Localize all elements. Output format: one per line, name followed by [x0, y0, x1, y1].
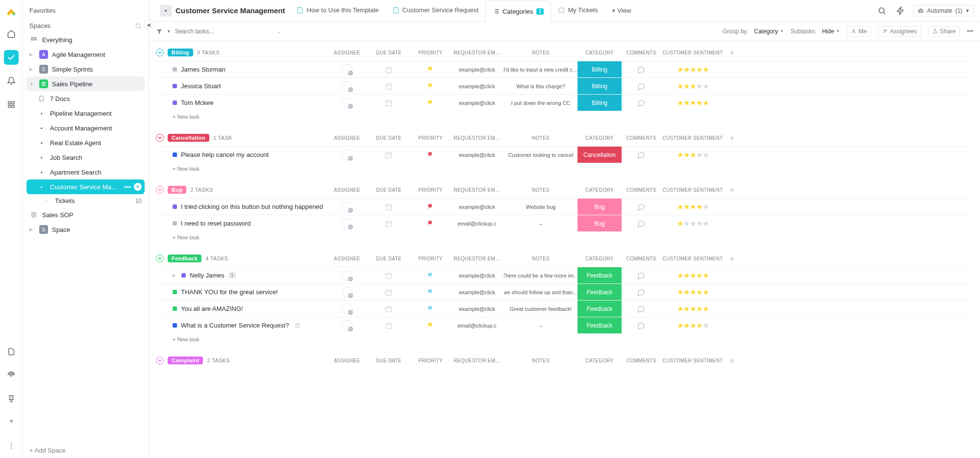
- task-row[interactable]: I need to reset passwordemail@clickup.c–…: [156, 215, 973, 231]
- col-notes[interactable]: NOTES: [504, 187, 578, 193]
- due-date-cell[interactable]: [367, 322, 411, 330]
- email-cell[interactable]: example@click: [450, 289, 504, 295]
- col-email[interactable]: REQUESTOR EM…: [450, 256, 504, 261]
- status-square[interactable]: [173, 306, 177, 311]
- category-cell[interactable]: Cancellation: [578, 147, 622, 163]
- group-toggle[interactable]: [156, 186, 164, 194]
- task-name[interactable]: I need to reset password: [181, 220, 251, 227]
- col-category[interactable]: CATEGORY: [578, 135, 622, 141]
- email-cell[interactable]: email@clickup.c: [450, 323, 504, 329]
- group-label[interactable]: Billing: [168, 49, 193, 56]
- col-due[interactable]: DUE DATE: [367, 256, 411, 261]
- category-cell[interactable]: Feedback: [578, 284, 622, 300]
- group-label[interactable]: Bug: [168, 186, 186, 194]
- notes-cell[interactable]: Website bug: [504, 204, 578, 210]
- sentiment-cell[interactable]: ★★★★★: [661, 65, 725, 74]
- email-cell[interactable]: example@click: [450, 67, 504, 73]
- docs-icon[interactable]: [4, 344, 19, 359]
- assignee-cell[interactable]: [327, 304, 367, 314]
- subtasks-dropdown[interactable]: Subtasks: Hide ▼: [791, 28, 840, 35]
- sidebar-item-sales-pipeline[interactable]: ▼ Sales Pipeline: [26, 76, 145, 91]
- comments-cell[interactable]: [622, 272, 661, 280]
- task-name[interactable]: James Sturman: [181, 66, 226, 73]
- sidebar-item-account-mgmt[interactable]: ▪ Account Management: [26, 121, 145, 135]
- app-logo[interactable]: [5, 5, 18, 18]
- col-sentiment[interactable]: CUSTOMER SENTIMENT: [661, 187, 725, 193]
- email-cell[interactable]: example@click: [450, 273, 504, 279]
- assignee-cell[interactable]: [327, 287, 367, 298]
- sentiment-cell[interactable]: ★★★★★: [661, 99, 725, 107]
- due-date-cell[interactable]: [367, 82, 411, 90]
- task-row[interactable]: ▶Nelly James1example@clickThere could be…: [156, 267, 973, 283]
- assignee-cell[interactable]: [327, 202, 367, 212]
- email-cell[interactable]: example@click: [450, 100, 504, 106]
- status-square[interactable]: [173, 67, 177, 72]
- sidebar-collapse-button[interactable]: ◀: [144, 20, 153, 29]
- col-assignee[interactable]: ASSIGNEE: [327, 187, 367, 193]
- sidebar-item-tickets[interactable]: ● Tickets 10: [26, 194, 145, 207]
- due-date-cell[interactable]: [367, 99, 411, 107]
- priority-cell[interactable]: [411, 83, 450, 90]
- col-email[interactable]: REQUESTOR EM…: [450, 187, 504, 193]
- add-column-icon[interactable]: ⊕: [725, 135, 739, 141]
- tab-categories[interactable]: Categories 3: [485, 0, 551, 22]
- group-label[interactable]: Feedback: [168, 254, 201, 262]
- more-icon[interactable]: •••: [967, 28, 973, 35]
- task-name[interactable]: You all are AMAZING!: [181, 305, 243, 312]
- new-task-button[interactable]: + New task: [156, 163, 973, 175]
- sidebar-item-agile[interactable]: ▶ A Agile Management: [26, 47, 145, 62]
- col-priority[interactable]: PRIORITY: [411, 187, 450, 193]
- chevron-down-icon[interactable]: ▼: [167, 29, 171, 34]
- col-notes[interactable]: NOTES: [504, 358, 578, 363]
- task-name[interactable]: Nelly James: [190, 272, 225, 279]
- category-cell[interactable]: Bug: [578, 199, 622, 215]
- col-comments[interactable]: COMMENTS: [622, 187, 661, 193]
- notes-cell[interactable]: –: [504, 221, 578, 227]
- col-priority[interactable]: PRIORITY: [411, 135, 450, 141]
- col-email[interactable]: REQUESTOR EM…: [450, 50, 504, 55]
- group-toggle[interactable]: [156, 356, 164, 364]
- goals-icon[interactable]: [4, 391, 19, 406]
- sentiment-cell[interactable]: ★★★★★: [661, 203, 725, 211]
- task-name[interactable]: What is a Customer Service Request?: [181, 322, 289, 329]
- sentiment-cell[interactable]: ★★★★★: [661, 82, 725, 91]
- email-cell[interactable]: email@clickup.c: [450, 221, 504, 227]
- tasks-icon[interactable]: [4, 50, 19, 65]
- spaces-header[interactable]: Spaces: [29, 22, 50, 29]
- share-button[interactable]: Share: [928, 26, 960, 37]
- assignee-cell[interactable]: [327, 218, 367, 229]
- sidebar-everything[interactable]: Everything: [26, 32, 145, 47]
- comments-cell[interactable]: [622, 288, 661, 296]
- comments-cell[interactable]: [622, 305, 661, 313]
- groupby-dropdown[interactable]: Group by: Category ▼: [723, 28, 784, 35]
- chevron-down-icon[interactable]: ⌄: [277, 29, 281, 34]
- col-category[interactable]: CATEGORY: [578, 50, 622, 55]
- sentiment-cell[interactable]: ★★★★★: [661, 271, 725, 280]
- priority-cell[interactable]: [411, 204, 450, 210]
- add-view-button[interactable]: + View: [605, 7, 638, 14]
- favorites-header[interactable]: Favorites: [23, 4, 149, 17]
- due-date-cell[interactable]: [367, 272, 411, 280]
- due-date-cell[interactable]: [367, 220, 411, 228]
- col-comments[interactable]: COMMENTS: [622, 50, 661, 55]
- bolt-icon[interactable]: [894, 4, 907, 17]
- sentiment-cell[interactable]: ★★★★★: [661, 219, 725, 228]
- category-cell[interactable]: Billing: [578, 95, 622, 111]
- task-row[interactable]: James Sturmanexample@clickI'd like to in…: [156, 61, 973, 77]
- col-assignee[interactable]: ASSIGNEE: [327, 256, 367, 261]
- notes-cell[interactable]: What is this charge?: [504, 83, 578, 89]
- col-assignee[interactable]: ASSIGNEE: [327, 358, 367, 363]
- col-sentiment[interactable]: CUSTOMER SENTIMENT: [661, 50, 725, 55]
- col-due[interactable]: DUE DATE: [367, 50, 411, 55]
- assignee-cell[interactable]: [327, 81, 367, 92]
- sidebar-item-docs[interactable]: 7 Docs: [26, 91, 145, 106]
- tab-my-tickets[interactable]: My Tickets: [551, 0, 604, 22]
- notes-cell[interactable]: Customer looking to cancel: [504, 152, 578, 158]
- task-name[interactable]: I tried clicking on this button but noth…: [181, 203, 323, 210]
- col-sentiment[interactable]: CUSTOMER SENTIMENT: [661, 358, 725, 363]
- notes-cell[interactable]: we should follow up and than…: [504, 289, 578, 295]
- me-button[interactable]: Me: [847, 26, 871, 37]
- sentiment-cell[interactable]: ★★★★★: [661, 321, 725, 330]
- assignee-cell[interactable]: [327, 98, 367, 108]
- due-date-cell[interactable]: [367, 151, 411, 159]
